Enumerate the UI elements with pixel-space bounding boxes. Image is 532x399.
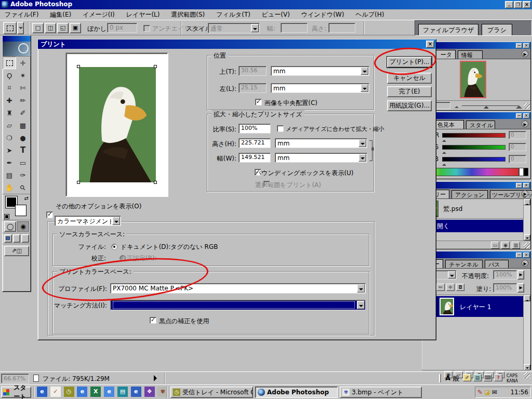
task-paint[interactable]: ✾ 3.bmp - ペイント [340, 387, 422, 398]
palette-menu-icon[interactable]: ▶ [522, 121, 528, 127]
menu-file[interactable]: ファイル(F) [0, 11, 43, 18]
scaled-width-input[interactable]: 149.521 [238, 153, 271, 163]
bounding-box-handle[interactable] [77, 65, 80, 68]
dialog-close-button[interactable]: × [426, 41, 434, 48]
hand-tool[interactable]: ✋ [3, 181, 16, 194]
move-tool[interactable]: ✛ [16, 57, 30, 69]
menu-layer[interactable]: レイヤー(L) [122, 11, 165, 18]
fill-slider-arrow[interactable]: ▸ [517, 283, 524, 292]
type-tool[interactable]: T [16, 144, 30, 156]
blue-value[interactable]: 0 [509, 155, 526, 163]
height-input[interactable] [328, 23, 355, 33]
palette-minimize-icon[interactable]: − [516, 113, 522, 118]
close-button[interactable]: × [523, 1, 531, 8]
lasso-tool[interactable]: Ϙ [3, 69, 16, 82]
tool-preset-arrow[interactable] [17, 22, 24, 34]
history-doc-row[interactable]: 鷲.psd [422, 199, 523, 219]
healing-brush-tool[interactable]: ✚ [3, 94, 16, 107]
slice-tool[interactable]: ✄ [16, 82, 30, 94]
magic-wand-tool[interactable]: ✶ [16, 69, 30, 82]
ime-keyboard-icon[interactable]: ⌨ [484, 374, 492, 381]
fullscreen-button[interactable] [21, 234, 29, 243]
clone-stamp-tool[interactable]: ♜ [3, 107, 16, 119]
width-input[interactable] [281, 23, 308, 33]
white-chip[interactable] [519, 168, 524, 176]
ime-drag-handle[interactable] [439, 374, 441, 382]
jump-to-imageready-button[interactable]: ⇗◫ [4, 246, 29, 256]
intersect-selection-button[interactable]: ▣ [70, 23, 81, 33]
opacity-slider-arrow[interactable]: ▸ [517, 270, 524, 280]
palette-minimize-icon[interactable]: − [516, 252, 522, 258]
bounding-box-handle[interactable] [77, 181, 80, 184]
left-unit-dropdown[interactable]: mm [271, 83, 369, 93]
restore-button[interactable]: ❐ [514, 1, 522, 8]
palette-menu-icon[interactable]: ▶ [522, 190, 528, 197]
menu-window[interactable]: ウインドウ(W) [297, 11, 349, 18]
show-more-options-checkbox[interactable] [46, 211, 53, 218]
zoom-slider-track[interactable] [462, 105, 519, 106]
width-unit-dropdown[interactable]: mm [275, 153, 367, 163]
color-ramp[interactable] [424, 168, 519, 176]
tab-styles[interactable]: スタイル [466, 121, 495, 129]
notes-tool[interactable]: ▤ [3, 169, 16, 181]
note-tray-icon[interactable]: ◪ [484, 389, 490, 396]
tray-clock[interactable]: 11:56 [510, 389, 528, 396]
layers-scrollbar[interactable] [523, 295, 530, 370]
ime-help-icon[interactable]: ? [494, 374, 502, 381]
start-button[interactable]: スタート [1, 387, 31, 398]
photoshop-logo[interactable] [3, 42, 31, 56]
red-value[interactable]: 0 [509, 131, 526, 139]
toolbox-titlebar[interactable] [3, 36, 31, 42]
center-image-checkbox[interactable] [255, 99, 262, 105]
crop-tool[interactable]: ⌗ [3, 82, 16, 94]
minimize-button[interactable]: _ [505, 1, 513, 8]
add-selection-button[interactable]: ◫ [45, 23, 56, 33]
layers-titlebar[interactable]: − × [422, 251, 530, 258]
history-item-open[interactable]: ▤ 開く [422, 220, 523, 232]
fit-media-checkbox[interactable] [277, 125, 284, 132]
feather-input[interactable]: 0 px [107, 23, 137, 33]
tool-preset-icon[interactable] [3, 22, 17, 34]
tab-file-browser[interactable]: ファイルブラウザ [418, 24, 478, 35]
fill-value[interactable]: 100% [493, 283, 517, 292]
history-titlebar[interactable]: − × [422, 182, 530, 189]
lock-image-icon[interactable]: ✏ [436, 284, 445, 291]
red-slider-marker[interactable] [442, 138, 446, 142]
book-icon[interactable]: ▤ [117, 387, 128, 397]
ime-input-mode[interactable]: A [445, 374, 450, 382]
zoom-in-icon[interactable] [516, 102, 522, 109]
bounding-box-handle[interactable] [154, 181, 157, 184]
history-scrollbar[interactable] [523, 199, 530, 241]
document-radio[interactable] [111, 244, 117, 250]
brush-tool[interactable]: ✏ [16, 94, 30, 107]
blue-slider[interactable] [442, 157, 506, 162]
shape-tool[interactable]: ▭ [16, 156, 30, 169]
default-colors-icon[interactable] [5, 215, 9, 219]
menu-view[interactable]: ビュー(V) [257, 11, 295, 18]
palette-close-icon[interactable]: × [523, 43, 529, 48]
check-icon[interactable]: ✓ [50, 387, 61, 397]
layer-row-1[interactable]: ✏ レイヤー 1 [422, 296, 524, 317]
ime-pad-icon[interactable]: ✐ [463, 374, 471, 381]
blur-tool[interactable]: ❍ [3, 131, 16, 144]
ie-icon[interactable]: e [37, 387, 47, 397]
tab-brushes[interactable]: ブラシ [482, 24, 512, 35]
ie-icon-2[interactable]: e [77, 387, 87, 397]
tab-info[interactable]: 情報 [458, 50, 483, 59]
tab-swatches[interactable]: 色見本 [434, 120, 464, 129]
black-chip[interactable] [524, 168, 528, 176]
excel-icon[interactable]: X [90, 387, 101, 397]
mail-tray-icon[interactable]: ✉ [491, 389, 497, 396]
navigator-thumbnail[interactable] [461, 62, 485, 97]
intent-dropdown[interactable] [110, 300, 366, 310]
page-setup-button[interactable]: 用紙設定(G)... [387, 100, 432, 111]
antialias-checkbox[interactable] [143, 25, 150, 32]
green-slider-marker[interactable] [442, 150, 446, 154]
zoom-slider-handle[interactable] [484, 103, 489, 109]
palette-resize-grip[interactable] [524, 243, 530, 249]
bounding-box-handle[interactable] [154, 65, 157, 68]
fullscreen-menubar-button[interactable] [13, 234, 21, 243]
palette-close-icon[interactable]: × [523, 183, 529, 188]
new-snapshot-icon[interactable]: ◉ [501, 242, 510, 249]
standard-mode-button[interactable]: ◯ [4, 221, 16, 232]
